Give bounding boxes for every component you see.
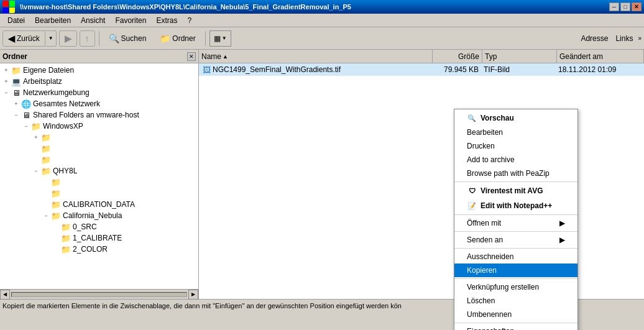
close-button[interactable]: ✕	[632, 2, 642, 11]
menu-help[interactable]: ?	[182, 15, 196, 26]
menu-favoriten[interactable]: Favoriten	[110, 15, 151, 26]
scroll-left-button[interactable]: ◀	[0, 290, 10, 300]
title-bar-left: \\vmware-host\Shared Folders\WindowsXP\Q…	[2, 1, 351, 13]
tree-item-california[interactable]: − 📁 California_Nebula	[41, 210, 197, 221]
ctx-item-avg[interactable]: 🛡 Virentest mit AVG	[454, 183, 577, 198]
up-button[interactable]: ↑	[80, 30, 95, 47]
tree-container[interactable]: + 📁 Eigene Dateien + 💻 Arbeitsplatz − 🖥 …	[0, 63, 198, 289]
ctx-item-browse-peazip[interactable]: Browse path with PeaZip	[454, 167, 577, 180]
menu-ansicht[interactable]: Ansicht	[76, 15, 110, 26]
forward-button[interactable]: ▶	[59, 30, 77, 47]
ctx-item-eigenschaften[interactable]: Eigenschaften	[454, 324, 577, 330]
file-type-cell-0: TIF-Bild	[481, 65, 556, 74]
tree-item-shared[interactable]: − 🖥 Shared Folders an vmware-host	[11, 109, 197, 121]
expander-qhy8l[interactable]: −	[31, 166, 41, 176]
file-icon-0: 🖼	[203, 65, 211, 75]
file-row-0[interactable]: 🖼 NGC1499_SemFinal_WithGradients.tif 79.…	[199, 63, 644, 76]
col-header-date[interactable]: Geändert am	[557, 50, 644, 63]
folder-button[interactable]: 📁 Ordner	[154, 30, 201, 47]
ctx-item-vorschau[interactable]: 🔍 Vorschau	[454, 111, 577, 126]
label-color: 2_COLOR	[73, 245, 108, 254]
expander-src[interactable]	[51, 222, 61, 232]
ctx-item-verknuepfung[interactable]: Verknüpfung erstellen	[454, 280, 577, 294]
context-menu: 🔍 Vorschau Bearbeiten Drucken Add to arc…	[454, 109, 578, 330]
ctx-item-oeffnen-mit[interactable]: Öffnen mit ▶	[454, 216, 577, 230]
expander-calibrate[interactable]	[51, 233, 61, 243]
col-header-size[interactable]: Größe	[433, 50, 482, 63]
ctx-separator-3	[454, 231, 577, 232]
label-eigene: Eigene Dateien	[23, 66, 74, 75]
tree-item-color[interactable]: 📁 2_COLOR	[51, 244, 197, 255]
panel-title: Ordner	[2, 52, 27, 61]
tree-item-arbeitsplatz[interactable]: + 💻 Arbeitsplatz	[1, 76, 197, 87]
status-text: Kopiert die markierten Elemente in die Z…	[2, 302, 402, 309]
expander-color[interactable]	[51, 244, 61, 254]
expander-netzwerk[interactable]: −	[1, 88, 11, 98]
col-header-type[interactable]: Typ	[482, 50, 557, 63]
minimize-button[interactable]: ─	[609, 2, 619, 11]
folder-icon-f3: 📁	[41, 155, 51, 165]
col-type-label: Typ	[485, 52, 497, 61]
ctx-item-ausschneiden[interactable]: Ausschneiden	[454, 250, 577, 264]
restore-button[interactable]: □	[620, 2, 630, 11]
expander-winxp[interactable]: −	[21, 121, 31, 131]
expander-gesamt[interactable]: +	[11, 99, 21, 109]
tree-item-calibrate[interactable]: 📁 1_CALIBRATE	[51, 232, 197, 244]
title-bar-buttons: ─ □ ✕	[609, 2, 642, 11]
folder-label: Ordner	[172, 34, 195, 43]
expander-calibration[interactable]	[41, 199, 51, 209]
view-button[interactable]: ▦ ▼	[209, 30, 231, 47]
back-label: Zurück	[17, 34, 40, 43]
tree-item-f5[interactable]: 📁	[41, 188, 197, 199]
toolbar-separator-2	[205, 31, 206, 46]
expander-f5[interactable]	[41, 188, 51, 198]
tree-item-winxp[interactable]: − 📁 WindowsXP	[21, 121, 197, 132]
expander-f3[interactable]	[31, 155, 41, 165]
ctx-separator-6	[454, 323, 577, 323]
ctx-item-bearbeiten[interactable]: Bearbeiten	[454, 126, 577, 139]
tree-item-eigene[interactable]: + 📁 Eigene Dateien	[1, 65, 197, 76]
tree-item-calibration[interactable]: 📁 CALIBRATION_DATA	[41, 199, 197, 210]
tree-item-qhy8l[interactable]: − 📁 QHY8L	[31, 165, 197, 176]
back-dropdown[interactable]: ▼	[46, 30, 57, 47]
view-icon: ▦	[214, 34, 221, 43]
menu-extras[interactable]: Extras	[151, 15, 182, 26]
expander-california[interactable]: −	[41, 211, 51, 221]
ctx-item-loeschen[interactable]: Löschen	[454, 294, 577, 308]
menu-bearbeiten[interactable]: Bearbeiten	[30, 15, 76, 26]
ctx-label-oeffnen: Öffnen mit	[467, 219, 501, 227]
tree-item-netzwerk[interactable]: − 🖥 Netzwerkumgebung	[1, 87, 197, 98]
scroll-track[interactable]	[11, 292, 187, 297]
ctx-item-notepad[interactable]: 📝 Edit with Notepad++	[454, 198, 577, 213]
expander-f4[interactable]	[41, 177, 51, 187]
expander-shared[interactable]: −	[11, 110, 21, 120]
back-button[interactable]: ◀ Zurück	[2, 30, 45, 47]
menu-datei[interactable]: Datei	[2, 15, 30, 26]
file-date-cell-0: 18.11.2012 01:09	[556, 65, 643, 74]
expander-f1[interactable]: +	[31, 132, 41, 142]
expander-f2[interactable]	[31, 144, 41, 154]
col-header-name[interactable]: Name ▲	[199, 50, 433, 63]
tree-item-f2[interactable]: 📁	[31, 143, 197, 154]
ctx-item-umbenennen[interactable]: Umbenennen	[454, 308, 577, 321]
expander-arbeitsplatz[interactable]: +	[1, 76, 11, 86]
ctx-item-senden-an[interactable]: Senden an ▶	[454, 233, 577, 247]
tree-item-src[interactable]: 📁 0_SRC	[51, 221, 197, 232]
ctx-item-kopieren[interactable]: Kopieren	[454, 264, 577, 277]
ctx-separator-1	[454, 181, 577, 182]
scroll-right-button[interactable]: ▶	[188, 290, 198, 300]
panel-close-button[interactable]: ✕	[187, 52, 196, 61]
label-california: California_Nebula	[63, 211, 122, 220]
expander-eigene[interactable]: +	[1, 65, 11, 75]
title-bar: \\vmware-host\Shared Folders\WindowsXP\Q…	[0, 0, 644, 14]
tree-item-f4[interactable]: 📁	[41, 176, 197, 188]
file-name-cell-0: 🖼 NGC1499_SemFinal_WithGradients.tif	[200, 65, 431, 75]
ctx-item-drucken[interactable]: Drucken	[454, 139, 577, 153]
tree-item-f1[interactable]: + 📁	[31, 132, 197, 143]
search-button[interactable]: 🔍 Suchen	[103, 30, 152, 47]
tree-item-f3[interactable]: 📁	[31, 154, 197, 165]
ctx-item-add-archive[interactable]: Add to archive	[454, 153, 577, 167]
links-label: Links	[613, 34, 635, 43]
forward-arrow-icon: ▶	[65, 34, 71, 44]
tree-item-gesamt[interactable]: + 🌐 Gesamtes Netzwerk	[11, 98, 197, 109]
